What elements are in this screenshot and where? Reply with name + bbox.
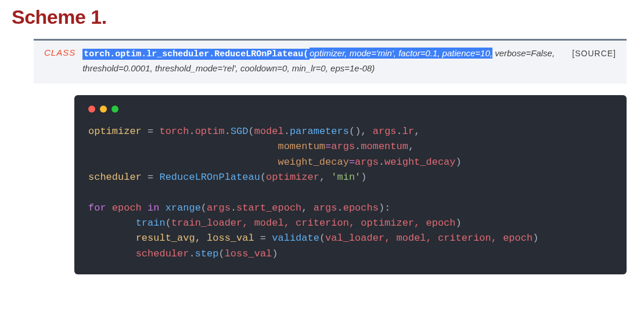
code-line: momentum=args.momentum, (88, 139, 613, 154)
code-line (88, 185, 613, 200)
class-signature-box: CLASS torch.optim.lr_scheduler.ReduceLRO… (34, 39, 627, 84)
window-controls (88, 106, 613, 113)
page-title: Scheme 1. (12, 6, 632, 28)
class-label: CLASS (44, 48, 75, 57)
code-line: train(train_loader, model, criterion, op… (88, 216, 613, 231)
code-line: result_avg, loss_val = validate(val_load… (88, 231, 613, 246)
signature-left: CLASS torch.optim.lr_scheduler.ReduceLRO… (44, 46, 560, 75)
code-line: scheduler.step(loss_val) (88, 247, 613, 262)
args-highlighted: optimizer, mode='min', factor=0.1, patie… (310, 48, 490, 59)
code-line: scheduler = ReduceLROnPlateau(optimizer,… (88, 170, 613, 185)
code-line: for epoch in xrange(args.start_epoch, ar… (88, 201, 613, 216)
qualified-name: torch.optim.lr_scheduler.ReduceLROnPlate… (82, 49, 310, 60)
args-hl-trail: , (490, 48, 492, 59)
signature-text: torch.optim.lr_scheduler.ReduceLROnPlate… (82, 46, 560, 75)
close-icon (88, 106, 95, 113)
code-line: optimizer = torch.optim.SGD(model.parame… (88, 124, 613, 139)
code-line: weight_decay=args.weight_decay) (88, 155, 613, 170)
source-link[interactable]: [SOURCE] (572, 49, 616, 58)
minimize-icon (100, 106, 107, 113)
maximize-icon (111, 106, 118, 113)
code-block: optimizer = torch.optim.SGD(model.parame… (74, 95, 627, 274)
